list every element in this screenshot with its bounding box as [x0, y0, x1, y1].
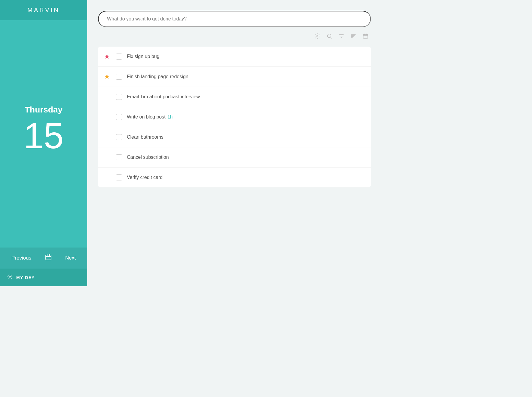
task-body: Write on blog post1h [116, 114, 364, 120]
search-icon[interactable] [326, 33, 332, 41]
date-section: Thursday 15 [0, 20, 87, 248]
sidebar: MARVIN Thursday 15 Previous Next MY DAY [0, 0, 87, 286]
calendar-icon[interactable] [362, 33, 368, 41]
star-icon: ★ [104, 133, 110, 141]
search-input[interactable] [98, 11, 371, 27]
day-name: Thursday [25, 105, 63, 115]
nav-calendar-icon[interactable] [45, 254, 52, 263]
sort-icon[interactable] [350, 33, 356, 41]
task-body: Verify credit card [116, 174, 364, 180]
task-label: Email Tim about podcast interview [127, 94, 200, 100]
task-row: ★Finish landing page redesign [98, 67, 371, 87]
gear-icon[interactable] [314, 33, 320, 41]
sidebar-nav: Previous Next [0, 248, 87, 269]
main-content: ★Fix sign up bug★Finish landing page red… [87, 0, 382, 286]
task-body: Fix sign up bug [116, 54, 364, 60]
task-time-badge: 1h [167, 114, 173, 120]
star-col: ★ [98, 73, 116, 81]
task-checkbox[interactable] [116, 174, 122, 180]
app-logo: MARVIN [27, 7, 60, 13]
svg-rect-4 [363, 34, 368, 38]
task-label: Write on blog post [127, 114, 166, 120]
task-body: Clean bathrooms [116, 134, 364, 140]
previous-button[interactable]: Previous [9, 254, 34, 262]
sidebar-header: MARVIN [0, 0, 87, 20]
svg-point-2 [317, 35, 318, 37]
task-checkbox[interactable] [116, 134, 122, 140]
toolbar [98, 33, 371, 41]
star-col: ★ [98, 174, 116, 181]
star-icon: ★ [104, 93, 110, 101]
star-col: ★ [98, 153, 116, 161]
task-checkbox[interactable] [116, 94, 122, 100]
task-checkbox[interactable] [116, 54, 122, 60]
task-row: ★Email Tim about podcast interview [98, 87, 371, 107]
star-icon[interactable]: ★ [104, 53, 110, 60]
star-col: ★ [98, 53, 116, 60]
task-row: ★Clean bathrooms [98, 127, 371, 147]
task-label: Cancel subscription [127, 155, 169, 160]
task-label: Verify credit card [127, 175, 163, 180]
star-icon: ★ [104, 174, 110, 181]
star-icon: ★ [104, 153, 110, 161]
task-body: Finish landing page redesign [116, 74, 364, 80]
my-day-gear-icon [7, 274, 13, 281]
star-icon[interactable]: ★ [104, 73, 110, 81]
task-label: Clean bathrooms [127, 134, 164, 140]
task-checkbox[interactable] [116, 74, 122, 80]
svg-rect-0 [46, 255, 51, 260]
my-day-label: MY DAY [16, 275, 35, 280]
svg-point-1 [9, 276, 11, 278]
my-day-section[interactable]: MY DAY [0, 269, 87, 286]
star-col: ★ [98, 113, 116, 121]
task-row: ★Fix sign up bug [98, 47, 371, 67]
task-label: Finish landing page redesign [127, 74, 188, 79]
task-body: Email Tim about podcast interview [116, 94, 364, 100]
task-row: ★Write on blog post1h [98, 107, 371, 127]
star-col: ★ [98, 133, 116, 141]
task-body: Cancel subscription [116, 154, 364, 160]
star-icon: ★ [104, 113, 110, 121]
task-checkbox[interactable] [116, 154, 122, 160]
filter-icon[interactable] [338, 33, 344, 41]
task-list: ★Fix sign up bug★Finish landing page red… [98, 47, 371, 187]
task-row: ★Cancel subscription [98, 147, 371, 168]
task-label: Fix sign up bug [127, 54, 160, 59]
day-number: 15 [23, 118, 63, 154]
star-col: ★ [98, 93, 116, 101]
next-button[interactable]: Next [63, 254, 78, 262]
task-checkbox[interactable] [116, 114, 122, 120]
task-row: ★Verify credit card [98, 168, 371, 187]
